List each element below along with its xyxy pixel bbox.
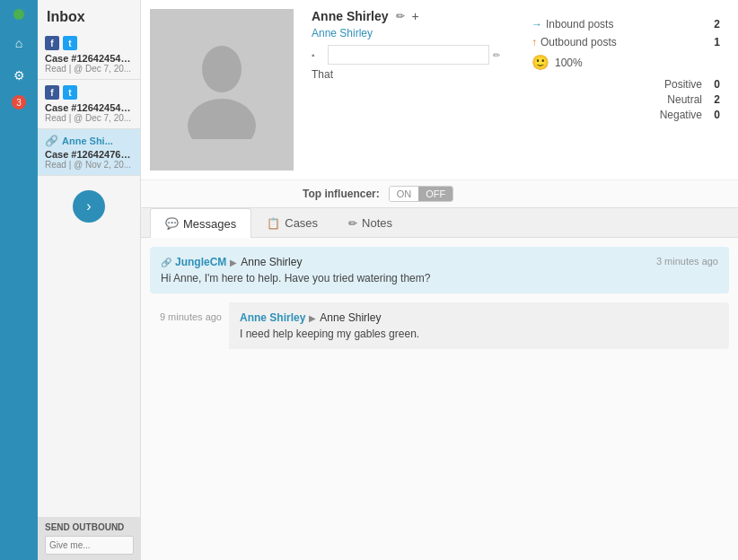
main-content: Close xyxy=(141,0,738,560)
online-indicator xyxy=(13,9,24,20)
send-outbound-input[interactable] xyxy=(45,536,134,555)
influencer-bar: Top influencer: ON OFF xyxy=(141,179,738,207)
cases-tab-icon: 📋 xyxy=(267,217,280,230)
profile-name: Anne Shirley xyxy=(312,9,389,23)
negative-label: Negative xyxy=(660,109,702,121)
inbox-title: Inbox xyxy=(38,0,140,31)
inbound-wrapper: 9 minutes ago Anne Shirley ▶ Anne Shirle… xyxy=(150,302,729,349)
detail-modal: Close xyxy=(141,0,738,560)
avatar xyxy=(150,9,294,171)
toggle-on[interactable]: ON xyxy=(390,187,419,201)
outbound-label: ↑ Outbound posts xyxy=(532,36,617,48)
inbox-panel: Inbox f t Case #12642454838 Read | @ Dec… xyxy=(38,0,141,560)
social-icons: f t xyxy=(45,36,133,50)
profile-field-row: ▪ ✏ xyxy=(312,45,500,65)
sentiment-percent: 100% xyxy=(555,57,583,69)
app-container: ⌂ ⚙ 3 Inbox f t Case #12642454838 Read |… xyxy=(0,0,738,560)
facebook-icon: f xyxy=(45,85,59,100)
message-item: 9 minutes ago Anne Shirley ▶ Anne Shirle… xyxy=(150,302,729,349)
message-recipient: Anne Shirley xyxy=(241,256,302,268)
message-recipient: Anne Shirley xyxy=(320,311,381,324)
arrow-icon: ▶ xyxy=(309,313,316,323)
positive-row: Positive 0 xyxy=(532,78,720,91)
messages-area: 🔗 JungleCM ▶ Anne Shirley Hi Anne, I'm h… xyxy=(141,238,738,560)
avatar-silhouette xyxy=(181,40,262,139)
toggle-off[interactable]: OFF xyxy=(418,187,452,201)
negative-value: 0 xyxy=(709,109,720,121)
svg-point-1 xyxy=(188,99,256,139)
message-timestamp: 3 minutes ago xyxy=(656,256,718,267)
tab-cases[interactable]: 📋 Cases xyxy=(251,208,333,237)
inbound-stat-row: → Inbound posts 2 xyxy=(532,18,720,31)
inbound-message: Anne Shirley ▶ Anne Shirley I need help … xyxy=(229,302,729,349)
notes-tab-icon: ✏ xyxy=(348,217,357,230)
list-item[interactable]: 🔗 Anne Shi... Case #12642476544 Read | @… xyxy=(38,129,140,176)
neutral-row: Neutral 2 xyxy=(532,93,720,106)
sentiment-row: 🙂 100% xyxy=(532,54,720,71)
list-item[interactable]: f t Case #12642454838 Read | @ Dec 7, 20… xyxy=(38,31,140,80)
svg-point-0 xyxy=(202,46,242,92)
profile-info: Anne Shirley ✏ + Anne Shirley ▪ ✏ xyxy=(303,9,729,171)
twitter-icon: t xyxy=(63,36,77,50)
messages-tab-label: Messages xyxy=(183,217,236,231)
case-meta: Read | @ Dec 7, 20... xyxy=(45,113,133,123)
social-icons: f t xyxy=(45,85,133,100)
modal-header: Anne Shirley ✏ + Anne Shirley ▪ ✏ xyxy=(141,0,738,208)
messages-tab-icon: 💬 xyxy=(165,217,179,230)
field-icon: ▪ xyxy=(312,50,324,60)
toggle-button[interactable]: ON OFF xyxy=(389,186,454,202)
arrow-icon: ▶ xyxy=(230,258,237,267)
sender-avatar-icon: 🔗 xyxy=(161,258,171,267)
profile-note: That xyxy=(312,68,500,81)
notes-tab-label: Notes xyxy=(362,216,392,230)
edit-icon[interactable]: ✏ xyxy=(396,10,405,22)
link-icon: 🔗 xyxy=(45,135,58,147)
inbound-value: 2 xyxy=(714,18,720,31)
list-item[interactable]: f t Case #12642454538 Read | @ Dec 7, 20… xyxy=(38,80,140,129)
message-sender: Anne Shirley xyxy=(240,311,305,324)
outbound-stat-row: ↑ Outbound posts 1 xyxy=(532,36,720,48)
contact-name: Anne Shi... xyxy=(62,136,113,146)
stats-area: → Inbound posts 2 ↑ Outbound posts xyxy=(523,9,720,133)
message-sender: JungleCM xyxy=(175,256,226,268)
field-edit-icon[interactable]: ✏ xyxy=(493,50,500,60)
add-icon[interactable]: + xyxy=(412,9,419,23)
neutral-label: Neutral xyxy=(667,93,702,106)
message-header: 🔗 JungleCM ▶ Anne Shirley xyxy=(161,256,718,268)
influencer-label: Top influencer: xyxy=(303,188,380,200)
message-body: Hi Anne, I'm here to help. Have you trie… xyxy=(161,272,718,284)
positive-label: Positive xyxy=(664,78,702,91)
case-number: Case #12642476544 xyxy=(45,149,133,160)
profile-area: Anne Shirley ✏ + Anne Shirley ▪ ✏ xyxy=(141,0,738,179)
message-time: 9 minutes ago xyxy=(150,302,222,349)
tab-messages[interactable]: 💬 Messages xyxy=(150,208,251,238)
send-outbound-label: SEND OUTBOUND xyxy=(45,522,134,532)
sentiment-emoji: 🙂 xyxy=(532,54,549,71)
case-number: Case #12642454838 xyxy=(45,53,133,64)
neutral-value: 2 xyxy=(709,93,720,106)
inbound-arrow-icon: → xyxy=(532,18,542,31)
settings-icon[interactable]: ⚙ xyxy=(6,63,31,88)
outbound-arrow-icon: ↑ xyxy=(532,36,537,48)
home-icon[interactable]: ⌂ xyxy=(6,31,31,56)
case-meta: Read | @ Dec 7, 20... xyxy=(45,64,133,74)
profile-field-input[interactable] xyxy=(328,45,489,65)
next-button[interactable]: › xyxy=(73,190,105,223)
case-number: Case #12642454538 xyxy=(45,102,133,113)
negative-row: Negative 0 xyxy=(532,109,720,121)
outbound-value: 1 xyxy=(714,36,720,48)
message-item: 🔗 JungleCM ▶ Anne Shirley Hi Anne, I'm h… xyxy=(150,247,729,293)
tab-notes[interactable]: ✏ Notes xyxy=(333,208,408,237)
inbound-label: → Inbound posts xyxy=(532,18,613,31)
cases-tab-label: Cases xyxy=(285,216,318,230)
avatar-section xyxy=(150,9,294,171)
notification-badge: 3 xyxy=(12,95,26,109)
case-meta: Read | @ Nov 2, 20... xyxy=(45,160,133,170)
tabs-bar: 💬 Messages 📋 Cases ✏ Notes xyxy=(141,208,738,238)
message-header: Anne Shirley ▶ Anne Shirley xyxy=(240,311,718,324)
outbound-message: 🔗 JungleCM ▶ Anne Shirley Hi Anne, I'm h… xyxy=(150,247,729,293)
twitter-icon: t xyxy=(63,85,77,100)
message-body: I need help keeping my gables green. xyxy=(240,328,718,340)
positive-value: 0 xyxy=(709,78,720,91)
facebook-icon: f xyxy=(45,36,59,50)
